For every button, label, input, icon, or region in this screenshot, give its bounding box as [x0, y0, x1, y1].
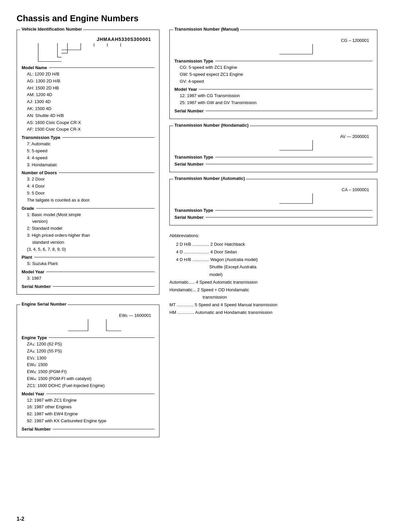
grade-label: Grade: [22, 206, 154, 211]
grade-item: (3, 4, 5, 6, 7, 8, 9, 0): [27, 246, 154, 253]
engine-serial-label: Serial Number: [22, 427, 154, 432]
serial-number-label: Serial Number: [22, 284, 154, 289]
abbrev-item: model): [209, 271, 377, 279]
abbrev-title: Abbbreviations:: [169, 232, 377, 239]
trans-automatic-number: CA – 1000001: [174, 187, 372, 192]
model-name-item: AK: 1500 4D: [27, 105, 154, 112]
grade-item: 1: Basic model (Most simple: [27, 211, 154, 218]
vin-box-title: Vehicle Identification Number: [20, 27, 83, 32]
trans-automatic-bracket: [174, 194, 372, 205]
engine-type-item: EV₂: 1300: [27, 355, 154, 362]
trans-manual-title: Transmission Number (Manual): [173, 27, 240, 32]
abbrev-item: 4 D H/B .............. Wagon (Australia …: [176, 256, 377, 264]
engine-model-years: 12: 1987 with ZC1 Engine 16: 1987 other …: [27, 397, 154, 425]
model-year-label: Model Year: [22, 269, 154, 274]
engine-type-item: EW₃: 1500 (PGM-FI): [27, 368, 154, 375]
num-doors: 3: 2 Door 4: 4 Door 5: 5 Door The tailga…: [27, 176, 154, 203]
doors-item: The tailgate is counted as a door.: [27, 197, 154, 204]
vin-number: JHMAAH5330S300001: [22, 37, 154, 42]
grade-item: 2: Standard model: [27, 225, 154, 232]
engine-type-item: ZA₁: 1200 (62 PS): [27, 341, 154, 348]
abbrev-item: 4 D ..................... 4 Door Sedan: [176, 248, 377, 256]
doors-item: 3: 2 Door: [27, 176, 154, 183]
engine-bracket: [22, 319, 154, 332]
model-name-item: AS: 1600 Civic Coupe CR-X: [27, 119, 154, 126]
trans-type-label: Transmission Type: [22, 135, 154, 140]
plants: S: Suzuka Plant: [27, 260, 154, 267]
engine-number: EW₂ — 1600001: [22, 313, 154, 318]
abbrev-item: transmission: [203, 294, 377, 301]
engine-year-item: 82: 1987 with EW4 Engine: [27, 411, 154, 418]
model-name-label: Model Name: [22, 65, 154, 70]
plant-label: Plant: [22, 255, 154, 260]
grade-item: version): [32, 218, 154, 225]
engine-model-year-label: Model Year: [22, 391, 154, 396]
trans-hondamatic-serial-label: Serial Number: [174, 162, 372, 167]
abbrev-item: Shuttle (Except Australia: [209, 263, 377, 271]
num-doors-label: Number of Doors: [22, 170, 154, 175]
trans-manual-bracket: [174, 44, 372, 56]
model-name-item: AJ: 1300 4D: [27, 98, 154, 105]
abbreviations-section: Abbbreviations: 2 D H/B .............. 2…: [169, 232, 377, 317]
trans-hondamatic-type-label: Transmission Type: [174, 155, 372, 160]
trans-hondamatic-title: Transmission Number (Hondamatic): [173, 123, 250, 128]
trans-automatic-serial-label: Serial Number: [174, 215, 372, 220]
model-name-item: AL: 1200 2D H/B: [27, 71, 154, 78]
engine-type-item: EW₄: 1500 (PGM-FI with catalyst): [27, 375, 154, 382]
model-name-item: AM: 1200 4D: [27, 91, 154, 98]
doors-item: 5: 5 Door: [27, 190, 154, 197]
engine-type-item: EW₂: 1500: [27, 361, 154, 368]
abbrev-item: Hondamatic... 2 Speed + OD Hondamatic: [169, 286, 377, 294]
abbrev-list: 2 D H/B .............. 2 Door Hatchback …: [176, 241, 377, 279]
trans-manual-number: CG – 1200001: [174, 38, 372, 43]
trans-hondamatic-bracket: [174, 140, 372, 152]
model-years: 3: 1987: [27, 275, 154, 282]
engine-year-item: 16: 1987 other Engines: [27, 404, 154, 411]
trans-manual-serial-label: Serial Number: [174, 108, 372, 113]
trans-type-item: 3: Hondamataic: [27, 162, 154, 169]
trans-manual-year-item: 12: 1987 with CG Transmission: [180, 92, 372, 99]
vin-bracket-diagram: [22, 43, 154, 63]
vin-box: Vehicle Identification Number JHMAAH5330…: [17, 30, 159, 295]
trans-manual-type-item: GW: 5-speed expect ZC1 Engine: [180, 71, 372, 78]
trans-type-item: 5: 5-speed: [27, 148, 154, 155]
model-name-item: AH: 1500 2D HB: [27, 85, 154, 92]
trans-types: 7: Automatic 5: 5-speed 4: 4-speed 3: Ho…: [27, 141, 154, 168]
model-name-item: AF: 1500 Civic Coupe CR-X: [27, 126, 154, 133]
abbrev-item: Automatic..... 4 Speed Automatic transmi…: [169, 279, 377, 286]
grades: 1: Basic model (Most simple version) 2: …: [27, 211, 154, 253]
trans-type-item: 7: Automatic: [27, 141, 154, 148]
engine-year-item: 92: 1987 with KX Carbureted Engine type: [27, 418, 154, 425]
trans-type-item: 4: 4-speed: [27, 155, 154, 162]
model-name-item: AG: 1300 2D H/B: [27, 78, 154, 85]
abbrev-item: MT .............. 5 Speed and 4 Speed Ma…: [169, 301, 377, 309]
trans-automatic-type-label: Transmission Type: [174, 208, 372, 213]
engine-type-item: ZA₂: 1200 (55 PS): [27, 348, 154, 355]
engine-type-item: ZC1: 1600 DOHC (Fuel-Injected Engine): [27, 382, 154, 389]
engine-box-title: Engine Serial Number: [20, 302, 68, 307]
trans-manual-type-label: Transmission Type: [174, 59, 372, 64]
trans-manual-type-item: GV: 4-speed: [180, 78, 372, 85]
trans-manual-year-label: Model Year: [174, 87, 372, 92]
trans-manual-type-item: CG: 5-speed with ZC1 Engine: [180, 64, 372, 71]
doors-item: 4: 4 Door: [27, 183, 154, 190]
engine-box: Engine Serial Number EW₂ — 1600001 Engin…: [17, 305, 159, 437]
grade-item: 3: High priced orders-higher than: [27, 232, 154, 239]
abbrev-item: HM .............. Automatic and Hondamat…: [169, 309, 377, 317]
trans-manual-years: 12: 1987 with CG Transmission 25: 1987 w…: [180, 92, 372, 106]
trans-hondamatic-number: AV — 2000001: [174, 134, 372, 139]
engine-types: ZA₁: 1200 (62 PS) ZA₂: 1200 (55 PS) EV₂:…: [27, 341, 154, 389]
grade-item: standard version: [32, 239, 154, 246]
abbrev-list-2: Automatic..... 4 Speed Automatic transmi…: [169, 279, 377, 317]
trans-manual-types: CG: 5-speed with ZC1 Engine GW: 5-speed …: [180, 64, 372, 85]
trans-automatic-box: Transmission Number (Automatic) CA – 100…: [169, 179, 377, 225]
trans-hondamatic-box: Transmission Number (Hondamatic) AV — 20…: [169, 126, 377, 172]
plant-item: S: Suzuka Plant: [27, 260, 154, 267]
trans-automatic-title: Transmission Number (Automatic): [173, 176, 246, 181]
model-year-item: 3: 1987: [27, 275, 154, 282]
trans-manual-box: Transmission Number (Manual) CG – 120000…: [169, 30, 377, 119]
model-names: AL: 1200 2D H/B AG: 1300 2D H/B AH: 1500…: [27, 71, 154, 133]
engine-type-label: Engine Type: [22, 335, 154, 340]
abbrev-item: 2 D H/B .............. 2 Door Hatchback: [176, 241, 377, 248]
page-title: Chassis and Engine Numbers: [17, 13, 377, 24]
